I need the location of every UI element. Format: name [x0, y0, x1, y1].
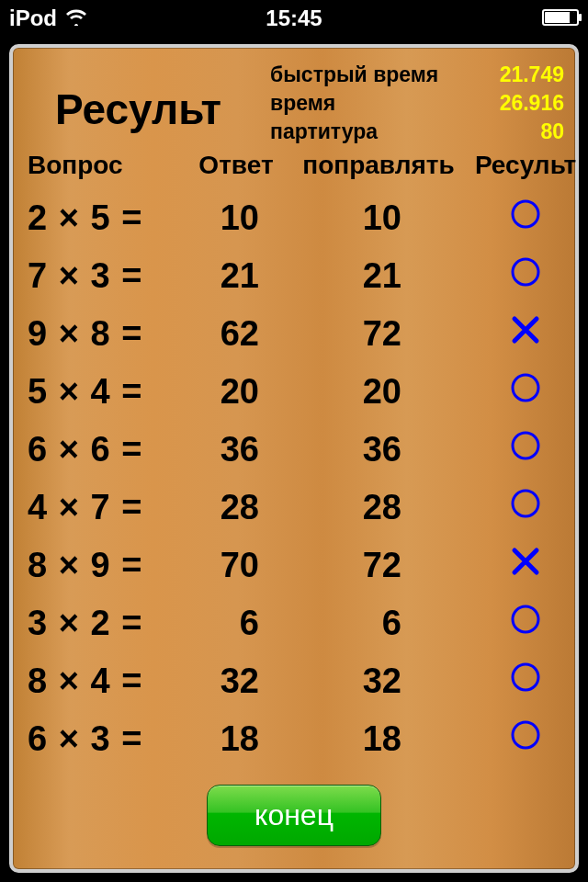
wifi-icon [64, 6, 88, 31]
cell-correct: 21 [287, 247, 470, 305]
cell-correct: 32 [287, 652, 470, 710]
cell-answer: 6 [186, 594, 287, 652]
cell-mark [470, 247, 581, 305]
table-row: 8 × 9 =7072 [20, 537, 581, 594]
cell-answer: 70 [186, 537, 287, 594]
svg-point-6 [513, 664, 538, 690]
cell-answer: 10 [186, 189, 287, 247]
status-bar: iPod 15:45 [0, 0, 588, 37]
cell-mark [470, 652, 581, 710]
cell-mark [470, 710, 581, 768]
stats-block: быстрый время 21.749 время 26.916 партит… [270, 61, 564, 146]
stat-score: партитура 80 [270, 118, 564, 146]
cell-answer: 62 [186, 305, 287, 363]
cell-mark [470, 421, 581, 479]
circle-icon [509, 429, 542, 468]
cell-answer: 20 [186, 363, 287, 421]
cell-correct: 28 [287, 479, 470, 537]
circle-icon [509, 371, 542, 410]
stat-time: время 26.916 [270, 89, 564, 118]
end-button[interactable]: конец [207, 785, 381, 846]
svg-point-1 [513, 259, 538, 285]
cell-correct: 36 [287, 421, 470, 479]
cell-question: 7 × 3 = [20, 247, 186, 305]
table-row: 9 × 8 =6272 [20, 305, 581, 363]
svg-point-3 [513, 433, 538, 458]
cell-mark [470, 305, 581, 363]
circle-icon [509, 718, 542, 757]
cell-mark [470, 479, 581, 537]
circle-icon [509, 255, 542, 294]
cell-question: 3 × 2 = [20, 594, 186, 652]
table-row: 6 × 3 =1818 [20, 710, 581, 768]
table-row: 4 × 7 =2828 [20, 479, 581, 537]
svg-point-7 [513, 722, 538, 748]
clock: 15:45 [266, 6, 322, 31]
header-result: Ресульт [470, 151, 581, 189]
cell-correct: 72 [287, 537, 470, 594]
cell-question: 6 × 6 = [20, 421, 186, 479]
table-row: 3 × 2 =66 [20, 594, 581, 652]
cell-answer: 18 [186, 710, 287, 768]
cell-question: 2 × 5 = [20, 189, 186, 247]
result-card: быстрый время 21.749 время 26.916 партит… [9, 44, 579, 873]
cell-mark [470, 594, 581, 652]
circle-icon [509, 661, 542, 699]
header-answer: Ответ [186, 151, 287, 189]
cross-icon [509, 545, 542, 583]
battery-icon [542, 6, 579, 31]
cell-question: 8 × 9 = [20, 537, 186, 594]
table-row: 8 × 4 =3232 [20, 652, 581, 710]
cell-correct: 10 [287, 189, 470, 247]
cell-question: 4 × 7 = [20, 479, 186, 537]
table-row: 5 × 4 =2020 [20, 363, 581, 421]
cell-answer: 36 [186, 421, 287, 479]
stat-fastest-time: быстрый время 21.749 [270, 61, 564, 89]
cell-correct: 18 [287, 710, 470, 768]
circle-icon [509, 487, 542, 526]
results-table: Вопрос Ответ поправлять Ресульт 2 × 5 =1… [20, 151, 581, 768]
cell-question: 6 × 3 = [20, 710, 186, 768]
device-label: iPod [9, 6, 57, 31]
cross-icon [509, 313, 542, 352]
cell-correct: 6 [287, 594, 470, 652]
svg-point-0 [513, 201, 538, 227]
cell-question: 9 × 8 = [20, 305, 186, 363]
svg-point-2 [513, 375, 538, 401]
circle-icon [509, 198, 542, 236]
cell-mark [470, 189, 581, 247]
cell-answer: 32 [186, 652, 287, 710]
circle-icon [509, 603, 542, 641]
header-correct: поправлять [287, 151, 470, 189]
svg-point-5 [513, 606, 538, 632]
cell-correct: 20 [287, 363, 470, 421]
header-question: Вопрос [20, 151, 186, 189]
table-row: 7 × 3 =2121 [20, 247, 581, 305]
cell-answer: 28 [186, 479, 287, 537]
svg-point-4 [513, 491, 538, 516]
cell-correct: 72 [287, 305, 470, 363]
cell-mark [470, 363, 581, 421]
cell-mark [470, 537, 581, 594]
cell-answer: 21 [186, 247, 287, 305]
cell-question: 8 × 4 = [20, 652, 186, 710]
table-row: 6 × 6 =3636 [20, 421, 581, 479]
cell-question: 5 × 4 = [20, 363, 186, 421]
table-row: 2 × 5 =1010 [20, 189, 581, 247]
